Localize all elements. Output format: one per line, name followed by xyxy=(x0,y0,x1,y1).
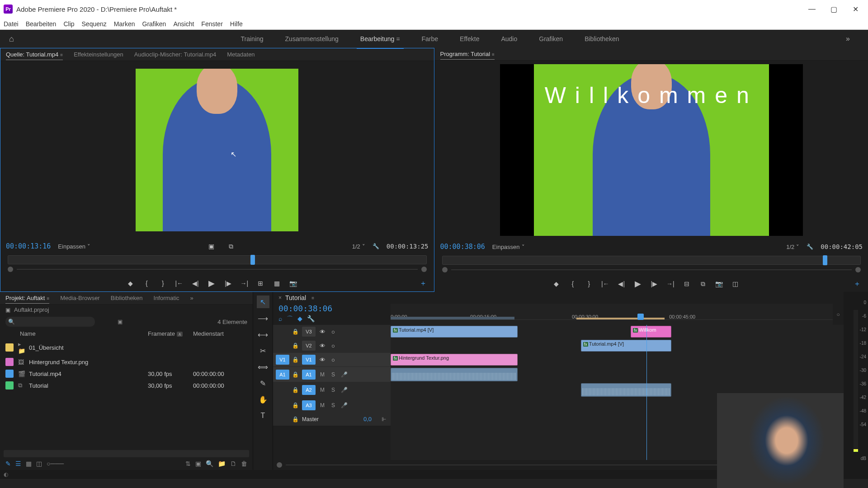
track-v1-source[interactable]: V1 xyxy=(276,355,289,365)
workspace-farbe[interactable]: Farbe xyxy=(422,33,439,44)
insert-button[interactable]: ⊞ xyxy=(254,278,267,289)
minimize-button[interactable]: ― xyxy=(803,2,821,16)
timeline-clip[interactable]: fxWillkom xyxy=(631,326,671,338)
timeline-settings-icon[interactable]: 🔧 xyxy=(307,315,315,323)
drag-video-icon[interactable]: ⧉ xyxy=(225,241,237,252)
timeline-playhead[interactable] xyxy=(646,325,647,460)
program-zoom-in[interactable] xyxy=(855,267,861,272)
source-fit-dropdown[interactable]: Einpassen ˅ xyxy=(58,243,90,250)
lock-icon[interactable]: 🔒 xyxy=(292,328,299,335)
mark-out-button[interactable]: } xyxy=(583,278,595,289)
program-scrubber[interactable] xyxy=(442,256,861,265)
project-tab-mediabrowser[interactable]: Media-Browser xyxy=(60,295,99,303)
source-scrubber[interactable] xyxy=(8,255,427,264)
project-listview-icon[interactable]: ☰ xyxy=(15,460,21,467)
mark-out-button[interactable]: } xyxy=(156,278,169,289)
wrench-icon[interactable]: 🔧 xyxy=(373,243,379,249)
timeline-playhead-head[interactable] xyxy=(637,314,644,320)
project-write-icon[interactable]: ✎ xyxy=(5,460,11,467)
source-tab-metadaten[interactable]: Metadaten xyxy=(227,51,255,60)
project-item[interactable]: ⧉ Tutorial 30,00 fps 00:00:00:00 xyxy=(4,380,249,391)
timeline-clip[interactable] xyxy=(581,383,671,397)
eye-icon[interactable]: 👁 xyxy=(318,343,326,349)
track-a1-source[interactable]: A1 xyxy=(276,370,289,380)
lock-icon[interactable]: 🔒 xyxy=(292,343,299,349)
eye-icon[interactable]: 👁 xyxy=(318,357,326,363)
project-newbin-icon[interactable]: 📁 xyxy=(218,460,226,467)
export-frame-button[interactable]: 📷 xyxy=(713,278,726,289)
mark-in-button[interactable]: { xyxy=(140,278,153,289)
goto-out-button[interactable]: →| xyxy=(238,278,250,289)
program-playhead[interactable] xyxy=(823,255,827,265)
program-monitor-view[interactable]: Willkommen xyxy=(435,61,868,239)
col-medienstart[interactable]: Medienstart xyxy=(193,330,247,337)
col-framerate[interactable]: Framerate∧ xyxy=(148,330,193,337)
source-zoom-slider[interactable] xyxy=(17,269,418,270)
program-zoom-out[interactable] xyxy=(442,267,448,272)
project-tab-projekt[interactable]: Projekt: Auftakt≡ xyxy=(5,295,49,304)
linked-selection-icon[interactable]: ⌒ xyxy=(287,315,293,323)
timeline-clip[interactable] xyxy=(391,368,518,381)
label-color[interactable] xyxy=(5,358,14,366)
program-timecode-current[interactable]: 00:00:38:06 xyxy=(440,243,485,251)
workspace-training[interactable]: Training xyxy=(241,33,264,44)
goto-in-button[interactable]: |← xyxy=(173,278,185,289)
panel-menu-icon[interactable]: ≡ xyxy=(311,296,314,300)
project-tab-bibliotheken[interactable]: Bibliotheken xyxy=(111,295,143,303)
track-select-tool[interactable]: ⟶ xyxy=(257,312,269,324)
menu-datei[interactable]: Datei xyxy=(4,20,19,28)
project-automate-icon[interactable]: ▣ xyxy=(195,460,201,467)
sync-lock-icon[interactable]: ○ xyxy=(329,357,337,363)
lock-icon[interactable]: 🔒 xyxy=(292,371,299,378)
source-zoom-dropdown[interactable]: 1/2 ˅ xyxy=(352,243,365,250)
solo-toggle[interactable]: S xyxy=(329,371,337,378)
source-tab-audiomixer[interactable]: Audioclip-Mischer: Tutorial.mp4 xyxy=(134,51,216,60)
play-button[interactable]: ▶ xyxy=(205,278,218,289)
workspace-effekte[interactable]: Effekte xyxy=(460,33,479,44)
source-zoom-in[interactable] xyxy=(421,267,427,272)
project-delete-icon[interactable]: 🗑 xyxy=(241,460,247,467)
sync-lock-icon[interactable]: ○ xyxy=(329,343,337,349)
timeline-close-icon[interactable]: × xyxy=(278,295,282,301)
label-color[interactable] xyxy=(5,343,14,352)
menu-bearbeiten[interactable]: Bearbeiten xyxy=(26,20,57,28)
project-search-input[interactable] xyxy=(5,317,95,327)
voiceover-icon[interactable]: 🎤 xyxy=(340,402,348,408)
workspace-overflow-icon[interactable]: » xyxy=(846,35,850,43)
sync-lock-icon[interactable]: ○ xyxy=(329,328,337,335)
razor-tool[interactable]: ✂ xyxy=(257,344,269,357)
workspace-bearbeitung[interactable]: Bearbeitung≡ xyxy=(360,33,400,44)
track-v1-header[interactable]: V1 🔒 V1 👁 ○ xyxy=(273,353,391,367)
close-button[interactable]: ✕ xyxy=(846,2,864,16)
menu-ansicht[interactable]: Ansicht xyxy=(173,20,194,28)
button-editor-plus[interactable]: ＋ xyxy=(854,279,861,289)
project-find-icon[interactable]: 🔍 xyxy=(206,460,213,467)
timeline-sequence-name[interactable]: Tutorial xyxy=(285,294,306,301)
label-color[interactable] xyxy=(5,381,14,389)
program-zoom-dropdown[interactable]: 1/2 ˅ xyxy=(786,244,799,250)
panel-menu-icon[interactable]: ≡ xyxy=(60,52,63,57)
project-tab-overflow[interactable]: » xyxy=(190,295,193,303)
add-marker-button[interactable]: ◆ xyxy=(550,278,563,289)
project-item[interactable]: ▸ 📁 01_Übersicht xyxy=(4,339,249,356)
goto-in-button[interactable]: |← xyxy=(599,278,612,289)
menu-marken[interactable]: Marken xyxy=(114,20,135,28)
new-bin-from-search-icon[interactable]: ▣ xyxy=(118,319,123,325)
workspace-grafiken[interactable]: Grafiken xyxy=(539,33,563,44)
lock-icon[interactable]: 🔒 xyxy=(292,402,299,408)
extract-button[interactable]: ⧉ xyxy=(697,278,709,289)
source-timecode-current[interactable]: 00:00:13:16 xyxy=(6,242,51,250)
timeline-vscroll-handle[interactable]: ○ xyxy=(836,311,840,318)
source-tab-effekteinstellungen[interactable]: Effekteinstellungen xyxy=(74,51,123,60)
workspace-audio[interactable]: Audio xyxy=(501,33,517,44)
menu-hilfe[interactable]: Hilfe xyxy=(230,20,243,28)
add-marker-icon[interactable]: ◆ xyxy=(297,315,302,323)
mute-toggle[interactable]: M xyxy=(318,371,326,378)
track-v1-target[interactable]: V1 xyxy=(302,355,316,365)
timeline-clip[interactable]: fxHintergrund Textur.png xyxy=(391,354,518,366)
step-forward-button[interactable]: |▶ xyxy=(222,278,234,289)
track-v2-target[interactable]: V2 xyxy=(302,341,316,351)
play-button[interactable]: ▶ xyxy=(632,278,644,289)
mute-toggle[interactable]: M xyxy=(318,402,326,408)
source-playhead[interactable] xyxy=(250,255,255,265)
